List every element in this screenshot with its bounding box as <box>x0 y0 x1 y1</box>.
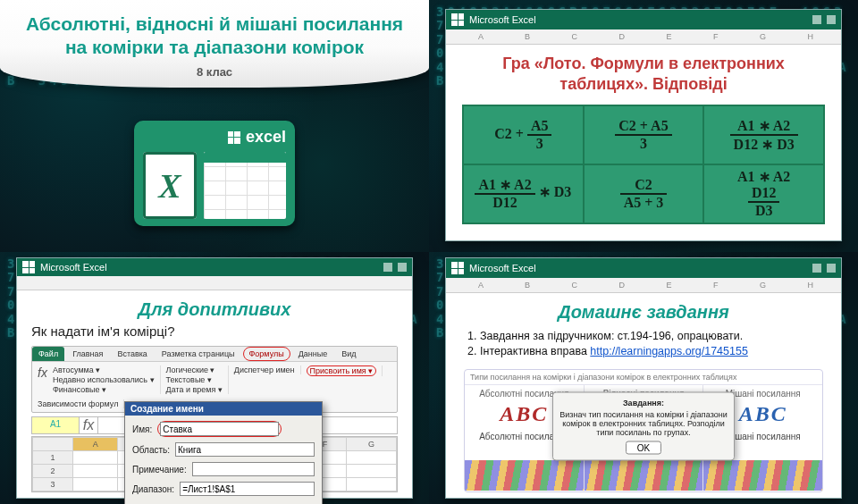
app-icon <box>22 261 35 273</box>
column-ruler <box>17 276 412 290</box>
curious-question: Як надати ім'я комірці? <box>31 323 398 339</box>
excel-x-icon: X <box>143 152 197 219</box>
fx-icon[interactable]: fx <box>38 365 47 380</box>
answers-table: C2 + A53 C2 + A53 A1 ∗ A2D12 ∗ D3 A1 ∗ A… <box>462 105 825 224</box>
name-input[interactable] <box>160 422 279 436</box>
comment-input[interactable] <box>192 462 315 476</box>
exercise-link[interactable]: http://learningapps.org/1745155 <box>590 345 748 357</box>
excel-window: Microsoft Excel A B C D E F G H I J K L … <box>445 257 842 499</box>
answer-cell: A1 ∗ A2 D12D3 <box>703 164 824 223</box>
close-icon[interactable] <box>398 263 407 272</box>
close-icon[interactable] <box>827 264 836 273</box>
grade-label: 8 клас <box>18 65 411 79</box>
excel-logo: excel X <box>134 121 295 226</box>
ribbon-group: Присвоить имя ▾ <box>307 365 383 376</box>
excel-window: Microsoft Excel A B C D E F G H I J K L … <box>445 9 842 241</box>
popup-ok-button[interactable]: OK <box>626 441 661 454</box>
close-icon[interactable] <box>827 15 836 24</box>
column-ruler: A B C D E F G H I J K L M <box>446 29 841 45</box>
ribbon-group: Зависимости формул <box>38 399 124 408</box>
range-field-row: Диапазон: <box>132 482 315 496</box>
column-ruler: A B C D E F G H I J K L M <box>446 278 841 293</box>
popup-title: Завдання: <box>559 398 728 407</box>
answer-cell: A1 ∗ A2D12 ∗ D3 <box>463 164 584 223</box>
ribbon-tab[interactable]: Главная <box>66 347 109 361</box>
homework-item: Інтерактивна вправа http://learningapps.… <box>480 345 823 357</box>
minimize-icon[interactable] <box>812 264 821 273</box>
scope-field-row: Область: <box>132 442 315 457</box>
abc-icon: ABC <box>739 402 787 426</box>
answers-heading: Гра «Лото. Формули в електронних таблиця… <box>462 54 825 96</box>
dialog-title: Создание имени <box>125 402 322 416</box>
learningapps-embed: Типи посилання на комірки і діапазони ко… <box>464 369 823 492</box>
ribbon-tab[interactable]: Вид <box>335 347 362 361</box>
homework-list: Завдання за підручником: ст.194-196, опр… <box>480 330 823 360</box>
create-name-dialog: Создание имени Имя: Область: <box>124 401 323 504</box>
popup-text: Визнач тип посилання на комірки і діапаз… <box>559 409 727 436</box>
name-manager-button[interactable]: Диспетчер имен <box>234 365 295 374</box>
answer-cell: A1 ∗ A2D12 ∗ D3 <box>703 105 824 164</box>
answer-cell: C2 + A53 <box>463 105 584 164</box>
ribbon-tab[interactable]: Разметка страницы <box>156 347 241 361</box>
fx-button[interactable]: fx <box>80 417 98 433</box>
ribbon-group: Автосумма ▾ Недавно использовались ▾ Фин… <box>53 365 161 394</box>
curious-heading: Для допитливих <box>31 299 398 320</box>
app-title: Microsoft Excel <box>469 14 536 25</box>
lesson-title: Абсолютні, відносні й мішані посилання н… <box>18 13 411 60</box>
answer-cell: C2 + A53 <box>584 105 704 164</box>
homework-item: Завдання за підручником: ст.194-196, опр… <box>480 330 823 342</box>
app-icon <box>451 13 464 26</box>
windows-icon <box>228 131 240 144</box>
slide-title: Абсолютні, відносні й мішані посилання н… <box>0 0 429 252</box>
define-name-button[interactable]: Присвоить имя ▾ <box>307 365 377 376</box>
embed-caption: Типи посилання на комірки і діапазони ко… <box>465 370 822 385</box>
scope-select[interactable] <box>175 442 315 457</box>
minimize-icon[interactable] <box>812 15 821 24</box>
window-titlebar: Microsoft Excel <box>446 258 841 278</box>
ribbon-tab[interactable]: Файл <box>32 347 64 361</box>
name-box[interactable]: A1 <box>32 417 80 433</box>
pencils-icon <box>703 460 822 491</box>
name-field-row: Имя: <box>132 421 315 437</box>
pencils-icon <box>465 460 584 491</box>
app-icon <box>451 262 464 274</box>
minimize-icon[interactable] <box>383 263 392 272</box>
app-title: Microsoft Excel <box>40 262 107 273</box>
ribbon-group: Диспетчер имен <box>234 365 301 374</box>
slide-answers: Microsoft Excel A B C D E F G H I J K L … <box>429 0 858 252</box>
pencils-icon <box>585 460 703 491</box>
ribbon-tabs[interactable]: Файл Главная Вставка Разметка страницы Ф… <box>32 347 397 362</box>
spreadsheet-icon <box>204 152 286 219</box>
homework-heading: Домашнє завдання <box>464 302 823 323</box>
ribbon-group: Логические ▾ Текстовые ▾ Дата и время ▾ <box>166 365 229 394</box>
abc-icon: ABC <box>500 402 548 426</box>
window-titlebar: Microsoft Excel <box>446 10 841 29</box>
window-titlebar: Microsoft Excel <box>17 258 412 276</box>
title-banner: Абсолютні, відносні й мішані посилання н… <box>0 0 429 88</box>
ribbon-tab-highlight[interactable]: Формулы <box>243 347 290 361</box>
answer-cell: C2A5 + 3 <box>584 164 704 223</box>
ribbon-tab[interactable]: Вставка <box>111 347 153 361</box>
slide-homework: Microsoft Excel A B C D E F G H I J K L … <box>429 252 858 504</box>
excel-logo-label: excel <box>246 128 286 147</box>
range-input[interactable] <box>180 482 315 496</box>
task-popup: Завдання: Визнач тип посилання на комірк… <box>552 391 735 460</box>
excel-window: Microsoft Excel Для допитливих Як надати… <box>16 257 413 499</box>
app-title: Microsoft Excel <box>469 263 536 273</box>
comment-field-row: Примечание: <box>132 462 315 476</box>
slide-curious: Microsoft Excel Для допитливих Як надати… <box>0 252 429 504</box>
name-field-highlight <box>157 421 282 437</box>
ribbon-tab[interactable]: Данные <box>292 347 334 361</box>
